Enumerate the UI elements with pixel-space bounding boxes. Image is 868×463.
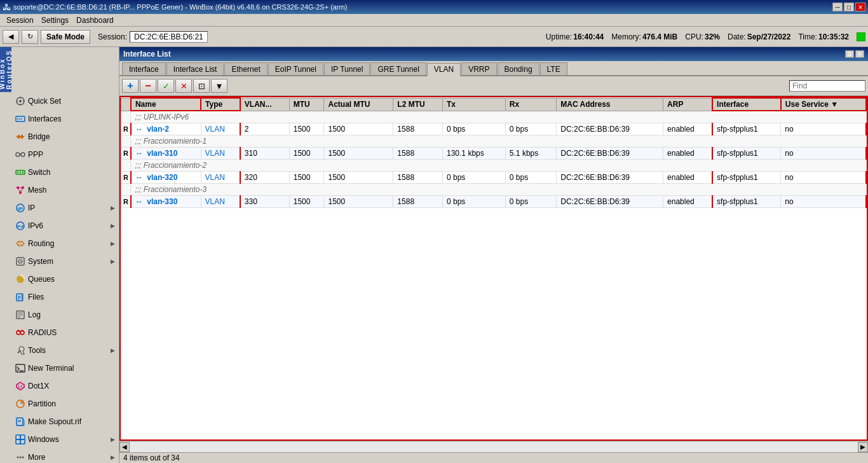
maximize-button[interactable]: □: [844, 3, 854, 11]
find-input[interactable]: [789, 80, 865, 92]
sidebar-item-radius[interactable]: RADIUS: [11, 324, 119, 342]
tab-eoip-tunnel[interactable]: EoIP Tunnel: [268, 62, 323, 75]
ppp-icon: [15, 149, 25, 160]
sidebar-label-make-supout: Make Supout.rif: [28, 417, 115, 426]
sidebar-item-queues[interactable]: Queues: [11, 270, 119, 288]
interface-table: Name Type VLAN... MTU Actual MTU L2 MTU …: [121, 97, 867, 208]
sidebar-item-bridge[interactable]: Bridge: [11, 128, 119, 146]
tab-vrrp[interactable]: VRRP: [461, 62, 496, 75]
sidebar-item-files[interactable]: Files: [11, 288, 119, 306]
col-header-rx[interactable]: Rx: [505, 98, 556, 111]
add-button[interactable]: +: [122, 79, 139, 93]
col-header-l2-mtu[interactable]: L2 MTU: [393, 98, 443, 111]
sidebar-item-partition[interactable]: Partition: [11, 395, 119, 413]
col-header-arp[interactable]: ARP: [663, 98, 712, 111]
scroll-right-button[interactable]: ▶: [858, 442, 868, 452]
col-header-actual-mtu[interactable]: Actual MTU: [324, 98, 393, 111]
sidebar-item-tools[interactable]: Tools ▶: [11, 342, 119, 359]
col-header-tx[interactable]: Tx: [443, 98, 506, 111]
col-header-mac[interactable]: MAC Address: [557, 98, 663, 111]
scroll-track[interactable]: [130, 442, 858, 452]
sidebar-item-quick-set[interactable]: Quick Set: [11, 92, 119, 110]
row-r: R: [121, 196, 131, 208]
table-row[interactable]: R ↔ vlan-2 VLAN 2 1500 1500 1588 0 bps 0…: [121, 123, 867, 135]
sidebar-item-routing[interactable]: Routing ▶: [11, 235, 119, 252]
row-tx: 0 bps: [443, 172, 506, 184]
tab-gre-tunnel[interactable]: GRE Tunnel: [370, 62, 426, 75]
sidebar-item-ipv6[interactable]: IPv6 IPv6 ▶: [11, 217, 119, 235]
tab-interface[interactable]: Interface: [122, 62, 166, 75]
forward-button[interactable]: ↻: [22, 30, 38, 44]
row-arp: enabled: [663, 172, 712, 184]
edit-button[interactable]: ✓: [158, 79, 174, 93]
menu-settings[interactable]: Settings: [37, 15, 72, 25]
table-row[interactable]: R ↔ vlan-320 VLAN 320 1500 1500 1588 0 b…: [121, 172, 867, 184]
tab-ip-tunnel[interactable]: IP Tunnel: [324, 62, 370, 75]
sidebar-item-system[interactable]: System ▶: [11, 252, 119, 270]
svg-point-5: [19, 100, 22, 102]
table-row[interactable]: ;;; Fraccionamiento-3: [121, 184, 867, 196]
table-row[interactable]: ;;; Fraccionamiento-2: [121, 160, 867, 172]
sidebar-item-interfaces[interactable]: Interfaces: [11, 110, 119, 128]
col-header-type[interactable]: Type: [201, 98, 240, 111]
row-l2-mtu: 1588: [393, 196, 443, 208]
scroll-left-button[interactable]: ◀: [119, 442, 130, 452]
session-label: Session:: [98, 32, 127, 41]
interfaces-icon: [15, 114, 25, 124]
svg-rect-56: [20, 435, 25, 439]
table-row[interactable]: ;;; Fraccionamiento-1: [121, 135, 867, 148]
sidebar-label-ipv6: IPv6: [28, 221, 108, 230]
row-r: [121, 135, 131, 148]
tab-interface-list[interactable]: Interface List: [166, 62, 224, 75]
tab-interface-list-label: Interface List: [173, 65, 217, 74]
tab-lte[interactable]: LTE: [540, 62, 567, 75]
sidebar-item-dot1x[interactable]: 1X Dot1X: [11, 377, 119, 395]
filter-button[interactable]: ▼: [211, 79, 227, 93]
table-row[interactable]: R ↔ vlan-310 VLAN 310 1500 1500 1588 130…: [121, 148, 867, 160]
col-header-interface[interactable]: Interface: [712, 98, 781, 111]
action-toolbar: + − ✓ ✕ ⊡ ▼: [119, 76, 868, 96]
sidebar-item-make-supout[interactable]: Make Supout.rif: [11, 413, 119, 431]
col-header-name[interactable]: Name: [131, 98, 201, 111]
col-header-mtu[interactable]: MTU: [289, 98, 324, 111]
sidebar-item-ip[interactable]: IP IP ▶: [11, 199, 119, 217]
switch-icon: [15, 167, 25, 177]
remove-button[interactable]: −: [140, 79, 156, 93]
row-l2-mtu: 1588: [393, 172, 443, 184]
sidebar-item-windows[interactable]: Windows ▶: [11, 431, 119, 448]
tab-vlan[interactable]: VLAN: [427, 63, 461, 76]
mesh-icon: [15, 185, 25, 195]
tab-bonding[interactable]: Bonding: [498, 62, 539, 75]
row-r: R: [121, 148, 131, 160]
sidebar-item-mesh[interactable]: Mesh: [11, 181, 119, 199]
window-controls: ⧉ ✕: [845, 50, 864, 58]
sidebar-item-ppp[interactable]: PPP: [11, 146, 119, 163]
back-button[interactable]: ◀: [3, 30, 19, 44]
sidebar-item-log[interactable]: Log: [11, 306, 119, 324]
tab-ethernet[interactable]: Ethernet: [224, 62, 267, 75]
uptime-label: Uptime:: [546, 32, 572, 41]
col-header-r[interactable]: [121, 98, 131, 111]
copy-button[interactable]: ⊡: [193, 79, 210, 93]
row-mtu: 1500: [289, 148, 324, 160]
col-header-use-service[interactable]: Use Service ▼: [781, 98, 866, 111]
sidebar-item-switch[interactable]: Switch: [11, 163, 119, 181]
close-button[interactable]: ✕: [855, 3, 865, 11]
table-row[interactable]: R ↔ vlan-330 VLAN 330 1500 1500 1588 0 b…: [121, 196, 867, 208]
safe-mode-button[interactable]: Safe Mode: [41, 30, 90, 44]
minimize-button[interactable]: ─: [832, 3, 843, 11]
dot1x-icon: 1X: [15, 381, 25, 391]
sidebar-item-more[interactable]: More ▶: [11, 448, 119, 463]
window-restore-button[interactable]: ⧉: [845, 50, 854, 58]
cancel-button[interactable]: ✕: [175, 79, 192, 93]
sidebar-item-new-terminal[interactable]: New Terminal: [11, 359, 119, 377]
sidebar-label-log: Log: [28, 310, 115, 319]
table-row[interactable]: ;;; UPLINK-IPv6: [121, 111, 867, 123]
col-header-vlan-id[interactable]: VLAN...: [240, 98, 289, 111]
window-close-button[interactable]: ✕: [855, 50, 864, 58]
sidebar-label-ip: IP: [28, 204, 108, 212]
sidebar-label-ppp: PPP: [28, 150, 115, 159]
menu-session[interactable]: Session: [3, 15, 37, 25]
menu-dashboard[interactable]: Dashboard: [72, 15, 118, 25]
connection-status-indicator: [857, 32, 865, 41]
